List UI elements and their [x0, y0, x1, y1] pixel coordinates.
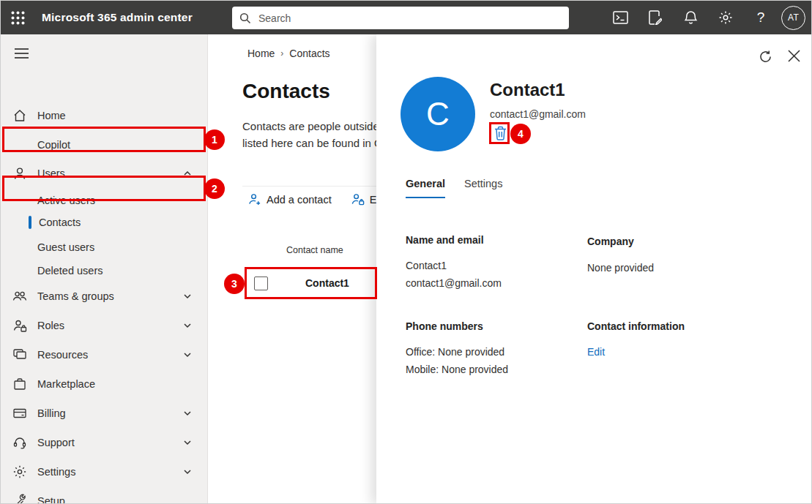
billing-icon: [12, 406, 27, 421]
panel-contact-email: contact1@gmail.com: [490, 108, 586, 120]
contact-details-panel: C Contact1 contact1@gmail.com General Se…: [376, 34, 812, 504]
detail-contact-email: contact1@gmail.com: [406, 277, 502, 289]
tab-settings[interactable]: Settings: [464, 178, 502, 198]
search-icon: [239, 12, 251, 24]
sidebar-item-marketplace[interactable]: Marketplace: [1, 372, 208, 396]
sidebar-item-copilot[interactable]: Copilot: [1, 133, 208, 157]
collapse-menu-icon[interactable]: [11, 43, 31, 64]
contact-avatar: C: [401, 77, 475, 151]
row-checkbox[interactable]: [254, 277, 268, 290]
users-icon: [12, 166, 27, 181]
resources-icon: [12, 347, 27, 362]
panel-tabs: General Settings: [406, 178, 502, 198]
detail-office-phone: Office: None provided: [406, 346, 504, 358]
edit-contact-information-link[interactable]: Edit: [587, 346, 605, 358]
add-contact-button[interactable]: Add a contact: [247, 192, 332, 206]
sidebar-item-deleted-users[interactable]: Deleted users: [1, 259, 208, 282]
help-icon[interactable]: ?: [743, 1, 778, 34]
panel-contact-name: Contact1: [490, 80, 565, 100]
sidebar-item-guest-users[interactable]: Guest users: [1, 236, 208, 259]
sidebar-item-contacts[interactable]: Contacts: [1, 211, 208, 234]
roles-icon: [12, 318, 27, 333]
chevron-down-icon: [182, 408, 193, 418]
section-heading-contact-information: Contact information: [587, 320, 685, 332]
settings-gear-icon: [12, 464, 27, 479]
sidebar-item-home[interactable]: Home: [1, 104, 208, 127]
app-title: Microsoft 365 admin center: [42, 11, 193, 24]
cli-terminal-icon[interactable]: [603, 1, 638, 34]
detail-company-value: None provided: [587, 262, 654, 274]
column-header-contact-name[interactable]: Contact name: [286, 245, 343, 255]
contact-name-cell[interactable]: Contact1: [305, 277, 349, 289]
teams-groups-icon: [12, 289, 27, 304]
breadcrumb-home-link[interactable]: Home: [247, 48, 275, 59]
breadcrumb: Home › Contacts: [247, 48, 330, 59]
app-launcher-waffle-icon[interactable]: [1, 1, 34, 34]
page-title: Contacts: [242, 80, 330, 103]
detail-mobile-phone: Mobile: None provided: [406, 364, 508, 375]
avatar-letter: C: [426, 96, 450, 132]
settings-gear-icon[interactable]: [708, 1, 743, 34]
setup-wrench-icon: [12, 494, 27, 504]
search-input[interactable]: [258, 12, 562, 24]
list-toolbar: Add a contact Edit: [247, 192, 388, 206]
chevron-up-icon: [182, 168, 193, 178]
sidebar-item-setup[interactable]: Setup: [1, 489, 208, 504]
section-heading-phone-numbers: Phone numbers: [406, 320, 483, 332]
sidebar-item-billing[interactable]: Billing: [1, 402, 208, 425]
close-icon[interactable]: [788, 50, 802, 64]
chevron-down-icon: [182, 467, 193, 477]
copilot-icon: [12, 138, 27, 152]
section-heading-name-email: Name and email: [406, 234, 484, 246]
sidebar-nav: Home Copilot Users Active users Contacts…: [1, 34, 208, 504]
chevron-down-icon: [182, 350, 193, 360]
account-avatar[interactable]: AT: [781, 6, 805, 30]
sidebar-item-active-users[interactable]: Active users: [1, 189, 208, 212]
send-feedback-icon[interactable]: [638, 1, 673, 34]
section-heading-company: Company: [587, 236, 634, 247]
avatar-initials: AT: [788, 12, 799, 23]
refresh-icon[interactable]: [759, 50, 773, 64]
sidebar-item-support[interactable]: Support: [1, 431, 208, 454]
breadcrumb-current: Contacts: [289, 48, 329, 59]
person-add-icon: [247, 192, 261, 206]
contact-table-row[interactable]: Contact1: [245, 268, 376, 298]
marketplace-icon: [12, 377, 27, 391]
tab-general[interactable]: General: [406, 178, 445, 198]
sidebar-item-resources[interactable]: Resources: [1, 343, 208, 366]
chevron-down-icon: [182, 437, 193, 448]
chevron-down-icon: [182, 320, 193, 331]
detail-contact-name: Contact1: [406, 260, 447, 271]
notifications-bell-icon[interactable]: [673, 1, 708, 34]
support-headset-icon: [12, 435, 27, 450]
person-edit-icon: [351, 192, 365, 206]
selected-indicator: [29, 216, 31, 229]
sidebar-item-teams-groups[interactable]: Teams & groups: [1, 285, 208, 308]
sidebar-item-settings[interactable]: Settings: [1, 460, 208, 484]
search-box[interactable]: [232, 7, 569, 29]
sidebar-item-users[interactable]: Users: [1, 162, 208, 185]
topbar: Microsoft 365 admin center: [1, 1, 812, 34]
chevron-down-icon: [182, 291, 193, 301]
home-icon: [12, 108, 27, 123]
delete-contact-icon[interactable]: [492, 124, 508, 142]
breadcrumb-chevron-icon: ›: [280, 48, 283, 59]
sidebar-item-roles[interactable]: Roles: [1, 314, 208, 337]
